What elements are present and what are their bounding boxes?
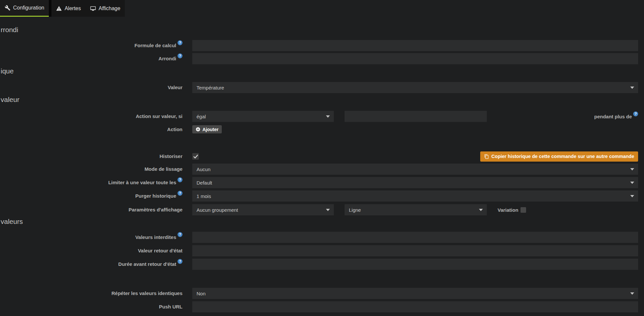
tab-configuration-label: Configuration — [13, 5, 44, 11]
plus-circle-icon — [196, 127, 200, 132]
row-parametres-affichage: Paramètres d'affichage Aucun groupement … — [0, 204, 644, 215]
tab-bar: Configuration Alertes Affichage — [0, 0, 125, 17]
action-operator-select[interactable]: égal — [192, 111, 334, 122]
configuration-form: rrondi Formule de calcul Arrondi ique Va… — [0, 26, 644, 312]
variation-label: Variation — [498, 207, 518, 213]
inactive-tabs: Alertes Affichage — [51, 0, 125, 17]
push-url-label: Push URL — [0, 304, 192, 310]
help-icon[interactable] — [178, 177, 182, 182]
help-icon[interactable] — [178, 259, 182, 264]
tab-alertes[interactable]: Alertes — [51, 0, 85, 17]
action-si-label: Action sur valeur, si — [0, 113, 192, 119]
row-mode-de-lissage: Mode de lissage Aucun — [0, 164, 644, 175]
row-duree-avant-retour-etat: Durée avant retour d'état — [0, 259, 644, 270]
groupement-select[interactable]: Aucun groupement — [192, 204, 334, 215]
ajouter-button-label: Ajouter — [202, 127, 218, 132]
section-heading-historique: ique — [0, 67, 644, 75]
valeur-label: Valeur — [0, 85, 192, 90]
copier-historique-button[interactable]: Copier historique de cette commande sur … — [480, 151, 638, 162]
valeur-retour-etat-label: Valeur retour d'état — [0, 248, 192, 254]
row-formule-de-calcul: Formule de calcul — [0, 40, 644, 51]
lissage-select-value: Aucun — [197, 167, 211, 172]
chevron-down-icon — [479, 209, 483, 211]
help-icon[interactable] — [178, 232, 182, 237]
chevron-down-icon — [326, 209, 330, 211]
row-limiter-valeur: Limiter à une valeur toute les Default — [0, 177, 644, 188]
row-purger-historique: Purger historique 1 mois — [0, 190, 644, 202]
historiser-label: Historiser — [0, 153, 192, 159]
variation-checkbox[interactable] — [521, 207, 526, 213]
lissage-select[interactable]: Aucun — [192, 164, 638, 175]
chevron-down-icon — [630, 182, 634, 184]
limiter-select-value: Default — [197, 180, 212, 186]
purger-select-value: 1 mois — [197, 193, 211, 199]
warning-icon — [56, 6, 62, 11]
help-icon[interactable] — [633, 111, 638, 116]
valeur-select-value: Température — [197, 85, 224, 90]
pendant-plus-de-label: pendant plus de — [594, 114, 632, 119]
row-valeur: Valeur Température — [0, 82, 644, 93]
repeter-label: Répéter les valeurs identiques — [0, 290, 192, 296]
section-heading-calcul: rrondi — [0, 26, 644, 34]
row-push-url: Push URL — [0, 301, 644, 312]
action-threshold-input[interactable] — [345, 111, 487, 122]
tab-affichage[interactable]: Affichage — [85, 0, 125, 17]
help-icon[interactable] — [178, 53, 182, 58]
wrench-icon — [5, 5, 10, 11]
action-operator-value: égal — [197, 114, 206, 119]
limiter-label: Limiter à une valeur toute les — [108, 180, 176, 185]
valeur-retour-etat-input[interactable] — [192, 245, 638, 256]
arrondi-input[interactable] — [192, 53, 638, 64]
parametres-affichage-label: Paramètres d'affichage — [0, 207, 192, 213]
purger-label: Purger historique — [135, 193, 176, 199]
tab-alertes-label: Alertes — [65, 6, 81, 11]
duree-retour-etat-input[interactable] — [192, 259, 638, 270]
style-graphique-select[interactable]: Ligne — [345, 204, 487, 215]
style-graphique-select-value: Ligne — [349, 207, 361, 213]
checkmark-icon — [193, 154, 198, 159]
row-valeurs-interdites: Valeurs interdites — [0, 232, 644, 243]
ajouter-button[interactable]: Ajouter — [192, 125, 222, 133]
formule-label: Formule de calcul — [134, 43, 176, 48]
chevron-down-icon — [630, 87, 634, 89]
chevron-down-icon — [326, 115, 330, 118]
chevron-down-icon — [630, 195, 634, 197]
lissage-label: Mode de lissage — [0, 166, 192, 172]
tab-configuration[interactable]: Configuration — [0, 0, 49, 17]
help-icon[interactable] — [178, 40, 182, 45]
push-url-input[interactable] — [192, 301, 638, 312]
valeurs-interdites-label: Valeurs interdites — [135, 234, 176, 240]
row-repeter-valeurs: Répéter les valeurs identiques Non — [0, 288, 644, 299]
limiter-select[interactable]: Default — [192, 177, 638, 188]
historiser-checkbox[interactable] — [192, 153, 199, 160]
section-heading-valeurs: valeurs — [0, 217, 644, 226]
repeter-select[interactable]: Non — [192, 288, 638, 299]
row-action-sur-valeur: Action sur valeur, si égal pendant plus … — [0, 111, 644, 122]
chevron-down-icon — [630, 292, 634, 295]
row-historiser: Historiser Copier historique de cette co… — [0, 151, 644, 162]
purger-select[interactable]: 1 mois — [192, 190, 638, 202]
copy-icon — [484, 154, 489, 159]
formule-input[interactable] — [192, 40, 638, 51]
help-icon[interactable] — [178, 191, 182, 196]
row-arrondi: Arrondi — [0, 53, 644, 64]
valeurs-interdites-input[interactable] — [192, 232, 638, 243]
duree-retour-etat-label: Durée avant retour d'état — [118, 261, 176, 267]
arrondi-label: Arrondi — [159, 56, 176, 61]
tab-affichage-label: Affichage — [99, 6, 120, 11]
row-action: Action Ajouter — [0, 125, 644, 133]
copier-historique-label: Copier historique de cette commande sur … — [491, 154, 634, 159]
action-label: Action — [0, 127, 192, 132]
chevron-down-icon — [630, 168, 634, 170]
monitor-icon — [90, 6, 96, 11]
repeter-select-value: Non — [197, 291, 206, 296]
valeur-select[interactable]: Température — [192, 82, 638, 93]
section-heading-action: valeur — [0, 95, 644, 104]
row-valeur-retour-etat: Valeur retour d'état — [0, 245, 644, 256]
groupement-select-value: Aucun groupement — [197, 207, 238, 213]
